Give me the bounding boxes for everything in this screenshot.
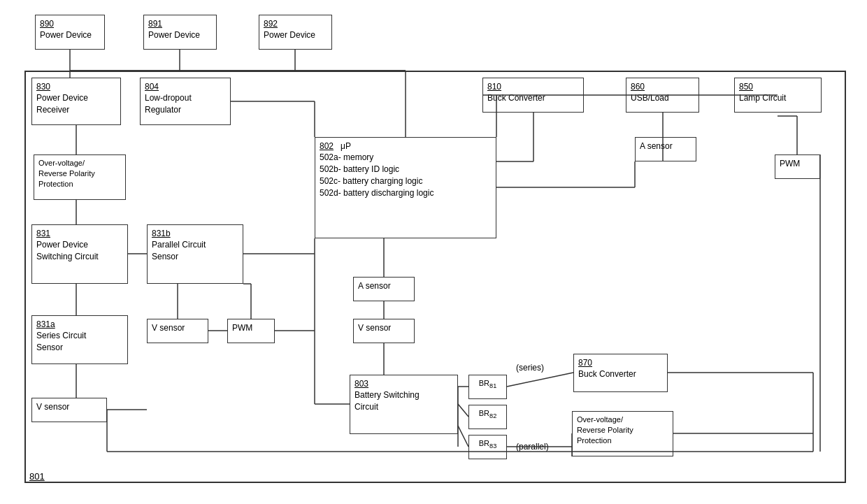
box-810: 810 Buck Converter	[482, 78, 584, 113]
box-892: 892 Power Device	[259, 15, 332, 50]
box-ovp1: Over-voltage/Reverse PolarityProtection	[34, 154, 126, 200]
box-870: 870 Buck Converter	[573, 354, 668, 392]
box-br81: BR81	[468, 375, 507, 399]
box-891: 891 Power Device	[143, 15, 217, 50]
box-860: 860 USB/Load	[626, 78, 699, 113]
box-803: 803 Battery SwitchingCircuit	[350, 375, 458, 434]
box-830: 830 Power DeviceReceiver	[31, 78, 121, 125]
box-asensor2: A sensor	[635, 137, 696, 161]
parallel-label: (parallel)	[516, 442, 549, 452]
box-pwm2: PWM	[775, 154, 820, 179]
box-pwm1: PWM	[227, 319, 275, 343]
box-804: 804 Low-dropoutRegulator	[140, 78, 231, 125]
box-831a: 831a Series CircuitSensor	[31, 315, 128, 364]
box-802: 802 μP 502a- memory 502b- battery ID log…	[315, 137, 496, 238]
box-850: 850 Lamp Circuit	[734, 78, 822, 113]
box-ovp2: Over-voltage/Reverse PolarityProtection	[572, 411, 673, 456]
box-br83: BR83	[468, 435, 507, 459]
box-vsensor1: V sensor	[147, 319, 208, 343]
box-vsensor2: V sensor	[31, 398, 107, 422]
diagram-container: 801 890 Power Device 891 Power Device 89…	[14, 8, 853, 497]
label-801: 801	[29, 471, 45, 482]
box-890: 890 Power Device	[35, 15, 105, 50]
box-831b: 831b Parallel CircuitSensor	[147, 224, 243, 284]
box-br82: BR82	[468, 405, 507, 429]
box-vsensor3: V sensor	[353, 319, 415, 343]
series-label: (series)	[516, 363, 544, 373]
box-asensor1: A sensor	[353, 277, 415, 301]
box-831: 831 Power DeviceSwitching Circuit	[31, 224, 128, 284]
